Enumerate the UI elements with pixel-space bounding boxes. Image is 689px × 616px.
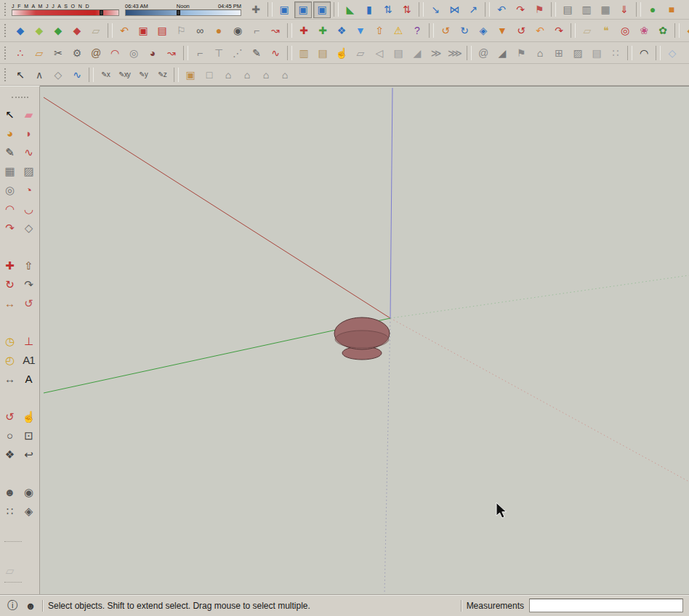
pennant-icon[interactable]: ⚑ [512, 44, 530, 61]
lime-diamond-icon[interactable]: ◆ [31, 23, 48, 39]
green-plus-icon[interactable]: ✚ [314, 23, 331, 39]
orange-rotate-ccw-icon[interactable]: ↺ [437, 23, 454, 39]
blue-cross-arrows-icon[interactable]: ❖ [333, 23, 350, 39]
comb-lines-icon[interactable]: ∷ [607, 44, 624, 61]
zoom-window-tool[interactable]: ⊡ [20, 426, 38, 444]
position-camera-tool[interactable]: ☻ [1, 483, 19, 500]
columns-building-icon[interactable]: ▥ [295, 44, 313, 61]
red-flag-icon[interactable]: ⚑ [531, 1, 548, 18]
polygon-tool[interactable]: ◇ [20, 219, 38, 236]
green-leaf-icon[interactable]: ✿ [654, 23, 672, 39]
user-credit-icon[interactable]: ☻ [24, 599, 37, 612]
navigation-tool[interactable]: ◈ [20, 502, 38, 519]
warning-triangle-icon[interactable]: ⚠ [390, 23, 407, 39]
orange-curl-icon[interactable]: ↶ [531, 23, 549, 39]
gray-box-icon-1[interactable]: ▤ [559, 1, 576, 18]
iso-view-icon[interactable]: ▣ [182, 66, 199, 83]
green-triangle-icon[interactable]: ◣ [342, 1, 359, 18]
folded-sheet-icon[interactable]: ▱ [87, 23, 105, 39]
pencil-slash-icon[interactable]: ✎ [248, 44, 265, 61]
pencil-lock-y-icon[interactable]: ✎y [134, 66, 152, 83]
column-grid-icon[interactable]: ▤ [314, 44, 331, 61]
date-slider-handle[interactable] [100, 10, 103, 15]
stacked-sheets-icon[interactable]: ▤ [390, 44, 407, 61]
scissors-icon[interactable]: ✂ [49, 44, 67, 61]
orange-undo-icon[interactable]: ↶ [116, 23, 133, 39]
material-columns-icon[interactable]: ▮ [360, 1, 378, 18]
gear-icon[interactable]: ⚙ [68, 44, 86, 61]
eraser-tool[interactable]: ▰ [20, 105, 38, 123]
curve-arrow-icon[interactable]: ↝ [163, 44, 180, 61]
red-panel-icon[interactable]: ▣ [134, 23, 152, 39]
textured-cube-icon[interactable]: ▣ [313, 1, 331, 18]
orbit-tool[interactable]: ↺ [1, 408, 19, 425]
chisel-icon[interactable]: ◢ [408, 44, 426, 61]
back-view-icon[interactable]: ⌂ [257, 66, 275, 83]
red-target-globe-icon[interactable]: ◎ [616, 23, 634, 39]
diamond-node-icon[interactable]: ◇ [49, 66, 67, 83]
dotted-arc-arrow-icon[interactable]: ↝ [267, 23, 284, 39]
axes-tool[interactable]: ⊥ [20, 332, 38, 349]
rotated-rectangle-tool[interactable]: ▨ [20, 162, 38, 179]
house-icon[interactable]: ⌂ [531, 44, 549, 61]
scale-tool[interactable]: ↔ [1, 294, 19, 312]
palette-grip[interactable] [12, 97, 28, 101]
select-arrow-icon[interactable]: ↖ [12, 66, 29, 83]
dimension-tool[interactable]: ↔ [1, 370, 19, 387]
orange-up-arrow-icon[interactable]: ⇧ [371, 23, 388, 39]
diagonal-measure-icon[interactable]: ⋰ [229, 44, 246, 61]
push-pull-tool[interactable]: ⇧ [20, 256, 38, 274]
pale-prism-icon[interactable]: ◇ [664, 44, 681, 61]
rectangle-tool[interactable]: ▦ [1, 162, 19, 179]
gray-box-icon-2[interactable]: ▥ [578, 1, 595, 18]
freehand-tool[interactable]: ∿ [20, 143, 38, 161]
toolbar-grip[interactable] [4, 3, 8, 16]
move-tool[interactable]: ✚ [1, 256, 19, 274]
diagonal-arrow-icon[interactable]: ↘ [427, 1, 444, 18]
blue-undo-curve-icon[interactable]: ↶ [493, 1, 510, 18]
t-bracket-icon[interactable]: ⊤ [210, 44, 227, 61]
bowtie-icon[interactable]: ⋈ [446, 1, 463, 18]
red-cycle-icon[interactable]: ↺ [512, 23, 530, 39]
tape-measure-tool[interactable]: ◷ [1, 332, 19, 349]
blue-diamond-icon[interactable]: ◆ [12, 23, 29, 39]
red-dotted-path-icon[interactable]: ∴ [12, 44, 29, 61]
ribs-icon[interactable]: ▤ [588, 44, 605, 61]
select-tool[interactable]: ↖ [1, 105, 19, 123]
circle-tool[interactable]: ◎ [1, 181, 19, 198]
corner-line-icon[interactable]: ⌐ [248, 23, 265, 39]
corner-bracket-icon[interactable]: ⌐ [191, 44, 209, 61]
time-slider-handle[interactable] [177, 10, 180, 15]
eye-icon[interactable]: ◉ [229, 23, 246, 39]
blade-icon[interactable]: ◢ [493, 44, 511, 61]
right-view-icon[interactable]: ⌂ [238, 66, 256, 83]
protractor-tool[interactable]: ◴ [1, 351, 19, 368]
pencil-lock-x-icon[interactable]: ✎x [97, 66, 114, 83]
dark-sphere-icon[interactable]: ◕ [144, 44, 161, 61]
blue-rotate-cw-icon[interactable]: ↻ [456, 23, 473, 39]
knob-model[interactable] [334, 317, 390, 360]
wedge-icon[interactable]: ◁ [371, 44, 388, 61]
green-diamond-icon[interactable]: ◆ [49, 23, 67, 39]
import-arrow-icon[interactable]: ⇓ [616, 1, 633, 18]
blue-droplet-icon[interactable]: ▼ [352, 23, 369, 39]
blue-wave-icon[interactable]: ∿ [68, 66, 86, 83]
shadow-date-slider[interactable]: J F M A M J J A S O N D [12, 3, 119, 16]
line-tool[interactable]: ✎ [1, 143, 19, 161]
shadow-time-slider[interactable]: 06:43 AM Noon 04:45 PM [125, 3, 241, 16]
measurements-input[interactable] [529, 599, 683, 612]
three-point-arc-tool[interactable]: ↷ [1, 219, 19, 236]
caret-arc-icon[interactable]: ∧ [31, 66, 48, 83]
compass-arrows-icon[interactable]: ✚ [247, 1, 265, 18]
shaded-cube-icon[interactable]: ▣ [294, 1, 312, 18]
zoom-extents-tool[interactable]: ❖ [1, 445, 19, 463]
standard-view-cube-icon[interactable]: ▣ [275, 1, 293, 18]
info-icon[interactable]: ⓘ [6, 599, 19, 612]
paint-bucket-tool[interactable]: ◕ [1, 124, 19, 142]
left-view-icon[interactable]: ⌂ [276, 66, 294, 83]
follow-me-tool[interactable]: ↷ [20, 275, 38, 293]
glasses-icon[interactable]: ∞ [191, 23, 209, 39]
gray-box-icon-3[interactable]: ▦ [597, 1, 614, 18]
toolbar-grip[interactable] [4, 68, 8, 81]
two-point-arc-tool[interactable]: ◡ [20, 200, 38, 217]
